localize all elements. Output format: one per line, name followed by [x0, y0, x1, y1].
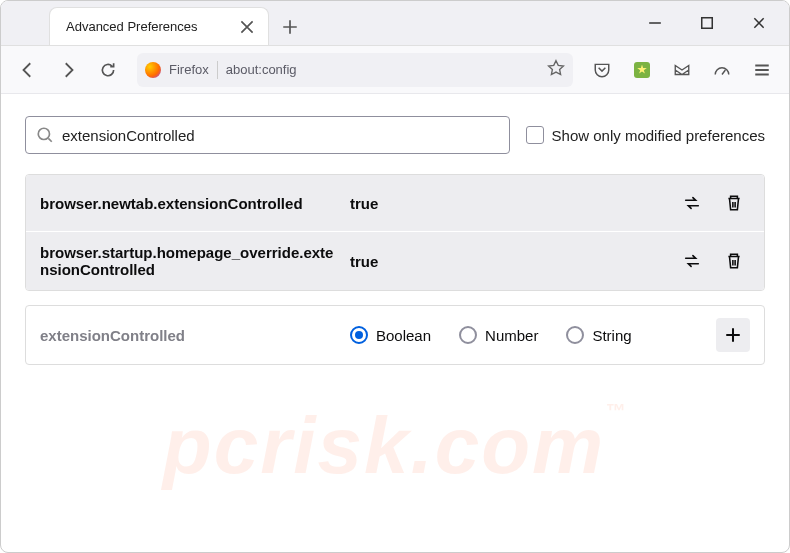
- radio-icon: [459, 326, 477, 344]
- radio-icon: [350, 326, 368, 344]
- add-button[interactable]: [716, 318, 750, 352]
- pref-row: browser.newtab.extensionControlled true: [26, 175, 764, 232]
- radio-label: Boolean: [376, 327, 431, 344]
- back-button[interactable]: [11, 53, 45, 87]
- search-icon: [36, 126, 54, 144]
- new-pref-name: extensionControlled: [40, 327, 340, 344]
- toggle-button[interactable]: [676, 245, 708, 277]
- address-label: Firefox: [169, 62, 209, 77]
- pref-value: true: [350, 195, 666, 212]
- svg-point-1: [38, 128, 49, 139]
- window-controls: [633, 1, 789, 45]
- extension-icon[interactable]: [625, 53, 659, 87]
- show-modified-label: Show only modified preferences: [552, 127, 765, 144]
- delete-button[interactable]: [718, 245, 750, 277]
- bookmark-star-icon[interactable]: [547, 59, 565, 81]
- pref-name: browser.newtab.extensionControlled: [40, 195, 340, 212]
- new-tab-button[interactable]: [275, 9, 305, 45]
- search-row: Show only modified preferences: [25, 116, 765, 154]
- address-url: about:config: [226, 62, 539, 77]
- search-input[interactable]: [62, 127, 499, 144]
- radio-boolean[interactable]: Boolean: [350, 326, 431, 344]
- preferences-table: browser.newtab.extensionControlled true …: [25, 174, 765, 291]
- tab-title: Advanced Preferences: [66, 19, 228, 34]
- address-bar[interactable]: Firefox about:config: [137, 53, 573, 87]
- meter-icon[interactable]: [705, 53, 739, 87]
- minimize-button[interactable]: [633, 1, 677, 45]
- pref-name: browser.startup.homepage_override.extens…: [40, 244, 340, 278]
- titlebar: Advanced Preferences: [1, 1, 789, 46]
- show-modified-checkbox-row[interactable]: Show only modified preferences: [526, 126, 765, 144]
- watermark: pcrisk.com™: [163, 400, 627, 492]
- divider: [217, 61, 218, 79]
- hamburger-menu-icon[interactable]: [745, 53, 779, 87]
- type-radio-group: Boolean Number String: [350, 326, 706, 344]
- pref-value: true: [350, 253, 666, 270]
- pref-row: browser.startup.homepage_override.extens…: [26, 232, 764, 290]
- radio-string[interactable]: String: [566, 326, 631, 344]
- firefox-logo-icon: [145, 62, 161, 78]
- close-tab-icon[interactable]: [238, 18, 256, 36]
- toggle-button[interactable]: [676, 187, 708, 219]
- content-area: Show only modified preferences browser.n…: [1, 94, 789, 387]
- add-preference-row: extensionControlled Boolean Number Strin…: [25, 305, 765, 365]
- maximize-button[interactable]: [685, 1, 729, 45]
- radio-icon: [566, 326, 584, 344]
- pocket-icon[interactable]: [585, 53, 619, 87]
- radio-label: String: [592, 327, 631, 344]
- inbox-icon[interactable]: [665, 53, 699, 87]
- delete-button[interactable]: [718, 187, 750, 219]
- forward-button[interactable]: [51, 53, 85, 87]
- browser-tab[interactable]: Advanced Preferences: [49, 7, 269, 45]
- radio-number[interactable]: Number: [459, 326, 538, 344]
- browser-window: Advanced Preferences Firefox about:confi…: [0, 0, 790, 553]
- radio-label: Number: [485, 327, 538, 344]
- show-modified-checkbox[interactable]: [526, 126, 544, 144]
- reload-button[interactable]: [91, 53, 125, 87]
- close-window-button[interactable]: [737, 1, 781, 45]
- search-box[interactable]: [25, 116, 510, 154]
- svg-rect-0: [702, 18, 713, 29]
- toolbar: Firefox about:config: [1, 46, 789, 94]
